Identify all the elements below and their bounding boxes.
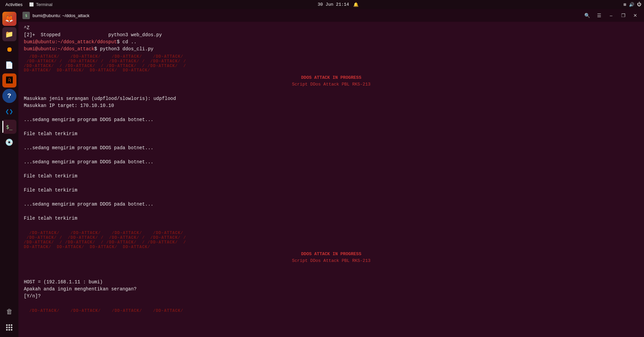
- close-button[interactable]: ✕: [631, 12, 640, 19]
- line-file-2: File telah terkirim: [24, 173, 639, 180]
- sidebar-item-software[interactable]: 🅰: [2, 73, 16, 88]
- search-button[interactable]: 🔍: [582, 12, 592, 19]
- attack-progress-2: DDOS ATTACK IN PROGRESS Script DDos Atta…: [24, 251, 639, 264]
- title-controls: 🔍 ☰ – ❐ ✕: [582, 12, 640, 19]
- terminal-window: $ bumi@ubuntu: ~/ddos_attack 🔍 ☰ – ❐ ✕ ^…: [18, 9, 644, 337]
- line-blank-9: [24, 208, 639, 215]
- menu-button[interactable]: ☰: [594, 12, 604, 19]
- line-file-3: File telah terkirim: [24, 187, 639, 194]
- sidebar-item-vscode[interactable]: ❮❯: [2, 104, 16, 118]
- taskbar-center: 30 Jun 21:14 🔔: [318, 2, 359, 7]
- minimize-button[interactable]: –: [606, 12, 616, 19]
- terminal-taskbar-label[interactable]: Terminal: [36, 2, 52, 7]
- line-ip: Masukkan IP target: 170.10.10.10: [24, 102, 639, 109]
- line-file-4: File telah terkirim: [24, 215, 639, 222]
- system-tray: ⊞ 🔊 ⏻: [624, 2, 641, 7]
- volume-icon: 🔊: [629, 2, 634, 7]
- line-host: HOST = (192.168.1.11 : bumi): [24, 279, 639, 286]
- ascii-banner-1: /DD-ATTACK/ /DD-ATTACK/ /DD-ATTACK/ /DD-…: [24, 55, 639, 88]
- terminal-title-text: bumi@ubuntu: ~/ddos_attack: [33, 13, 90, 18]
- line-send-2: ...sedang mengirim program DDOS pada bot…: [24, 145, 639, 152]
- line-blank-12: [24, 272, 639, 279]
- maximize-button[interactable]: ❐: [619, 12, 628, 19]
- ascii-banner-3: /DD-ATTACK/ /DD-ATTACK/ /DD-ATTACK/ /DD-…: [24, 309, 639, 314]
- line-blank-7: [24, 180, 639, 187]
- sidebar-item-dvd[interactable]: 💿: [2, 135, 16, 149]
- network-icon: ⊞: [624, 2, 626, 7]
- sidebar-item-files[interactable]: 📁: [2, 27, 16, 41]
- line-blank-8: [24, 194, 639, 201]
- line-blank-4: [24, 137, 639, 145]
- sidebar-item-writer[interactable]: 📄: [2, 58, 16, 72]
- line-yn: [Y/n]?: [24, 293, 639, 300]
- line-blank-1: [24, 88, 639, 95]
- line-send-1: ...sedang mengirim program DDOS pada bot…: [24, 116, 639, 123]
- line-blank-13: [24, 300, 639, 307]
- line-jenis: Masukkan jenis serangan (udpflood/slowlo…: [24, 95, 639, 102]
- terminal-content[interactable]: ^Z [2]+ Stopped python3 web_ddos.py bumi…: [18, 22, 644, 337]
- attack-progress-1: DDOS ATTACK IN PROGRESS Script DDos Atta…: [24, 74, 639, 88]
- line-file-1: File telah terkirim: [24, 130, 639, 137]
- line-blank-10: [24, 222, 639, 229]
- alarm-icon: 🔔: [353, 2, 359, 7]
- line-send-3: ...sedang mengirim program DDOS pada bot…: [24, 159, 639, 166]
- terminal-taskbar-icon: ⬜: [29, 2, 34, 7]
- sidebar-item-trash[interactable]: 🗑: [2, 305, 16, 319]
- sidebar-item-terminal[interactable]: $_: [2, 120, 16, 134]
- terminal-app-icon: $: [22, 12, 30, 19]
- sidebar: 🦊 📁 ⏺ 📄 🅰 ? ❮❯ $_ 💿 🗑: [0, 9, 18, 337]
- active-indicator: [2, 121, 3, 133]
- apps-grid-icon: [6, 324, 12, 331]
- title-left: $ bumi@ubuntu: ~/ddos_attack: [22, 12, 90, 19]
- line-blank-11: [24, 265, 639, 272]
- sidebar-item-firefox[interactable]: 🦊: [2, 12, 16, 26]
- line-apakah: Apakah anda ingin menghentikan serangan?: [24, 286, 639, 293]
- line-blank-2: [24, 109, 639, 116]
- line-ctrl-z: ^Z: [24, 24, 639, 32]
- terminal-title-bar: $ bumi@ubuntu: ~/ddos_attack 🔍 ☰ – ❐ ✕: [18, 9, 644, 22]
- sidebar-item-apps[interactable]: [2, 320, 16, 334]
- line-blank-5: [24, 152, 639, 159]
- line-prompt-2: bumi@ubuntu:~/ddos_attack$ python3 ddos_…: [24, 46, 639, 53]
- sidebar-item-rhythmbox[interactable]: ⏺: [2, 43, 16, 57]
- line-blank-3: [24, 123, 639, 130]
- ascii-banner-2: /DD-ATTACK/ /DD-ATTACK/ /DD-ATTACK/ /DD-…: [24, 231, 639, 264]
- activities-button[interactable]: Activities: [3, 2, 25, 7]
- sidebar-item-help[interactable]: ?: [2, 89, 16, 103]
- line-stopped: [2]+ Stopped python3 web_ddos.py: [24, 32, 639, 39]
- line-prompt-1: bumi@ubuntu:~/ddos_attack/ddosput$ cd ..: [24, 39, 639, 46]
- line-blank-6: [24, 166, 639, 173]
- power-icon: ⏻: [637, 2, 641, 7]
- line-send-4: ...sedang mengirim program DDOS pada bot…: [24, 201, 639, 208]
- system-bar: Activities ⬜ Terminal 30 Jun 21:14 🔔 ⊞ 🔊…: [0, 0, 644, 9]
- datetime-display: 30 Jun 21:14: [318, 2, 349, 7]
